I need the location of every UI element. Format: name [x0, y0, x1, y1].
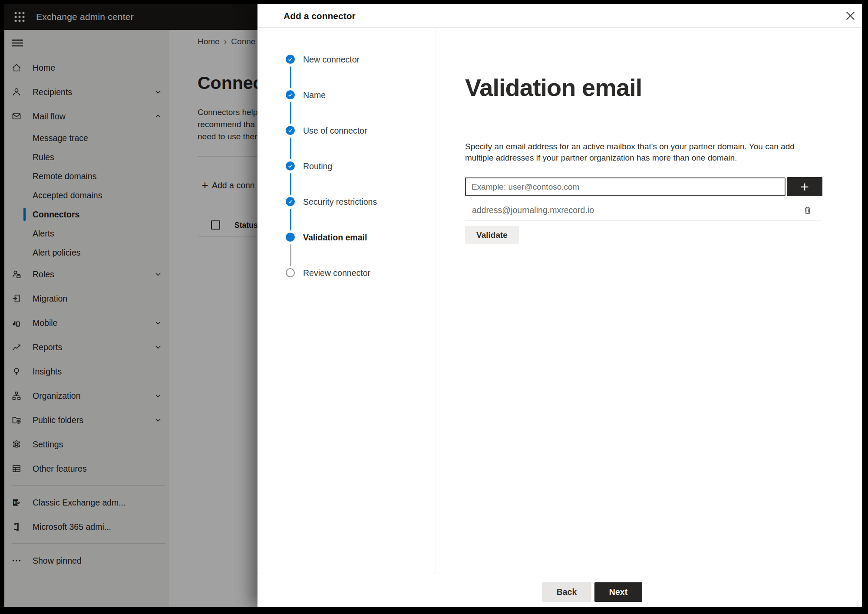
step-heading: Validation email	[465, 75, 642, 101]
wizard-step-validation-email[interactable]: Validation email	[257, 220, 436, 255]
step-label: New connector	[303, 42, 360, 77]
next-button[interactable]: Next	[594, 582, 642, 602]
validate-button[interactable]: Validate	[465, 226, 519, 244]
step-done-circle-icon	[286, 197, 295, 206]
step-label: Name	[303, 77, 326, 113]
step-todo-circle-icon	[286, 268, 295, 277]
step-current-circle-icon	[286, 233, 295, 242]
trash-icon	[803, 205, 812, 215]
step-label: Validation email	[303, 220, 367, 255]
email-list-divider	[465, 220, 822, 221]
wizard-step-use-of-connector[interactable]: Use of connector	[257, 113, 436, 148]
screen: Exchange admin center HomeRecipientsMail…	[4, 4, 862, 607]
delete-email-button[interactable]	[800, 202, 815, 218]
wizard-step-review-connector[interactable]: Review connector	[257, 255, 436, 291]
dialog-title: Add a connector	[284, 4, 356, 28]
step-label: Routing	[303, 148, 332, 184]
add-email-button[interactable]: +	[787, 177, 822, 196]
close-button[interactable]	[842, 8, 858, 23]
step-done-circle-icon	[286, 90, 295, 99]
footer-divider	[257, 574, 862, 574]
step-description-line1: Specify an email address for an active m…	[465, 141, 795, 152]
add-connector-dialog: Add a connector New connectorNameUse of …	[257, 4, 862, 607]
step-done-circle-icon	[286, 126, 295, 135]
validation-email-panel: Validation email Specify an email addres…	[436, 28, 862, 574]
email-list-item: address@journaling.mxrecord.io	[465, 200, 822, 220]
step-done-circle-icon	[286, 55, 295, 64]
close-icon	[846, 11, 855, 20]
step-label: Review connector	[303, 255, 370, 291]
dialog-header: Add a connector	[257, 4, 862, 28]
email-address: address@journaling.mxrecord.io	[472, 200, 594, 220]
wizard-step-routing[interactable]: Routing	[257, 148, 436, 184]
overlay-scrim	[4, 4, 257, 607]
wizard-step-name[interactable]: Name	[257, 77, 436, 113]
step-label: Security restrictions	[303, 184, 377, 220]
step-done-circle-icon	[286, 161, 295, 171]
wizard-step-new-connector[interactable]: New connector	[257, 42, 436, 77]
wizard-steps: New connectorNameUse of connectorRouting…	[257, 28, 436, 574]
step-description: Specify an email address for an active m…	[465, 141, 795, 164]
wizard-step-security-restrictions[interactable]: Security restrictions	[257, 184, 436, 220]
back-button[interactable]: Back	[542, 582, 591, 602]
step-description-line2: multiple addresses if your partner organ…	[465, 152, 795, 164]
validation-email-input[interactable]	[465, 177, 785, 196]
step-label: Use of connector	[303, 113, 367, 148]
